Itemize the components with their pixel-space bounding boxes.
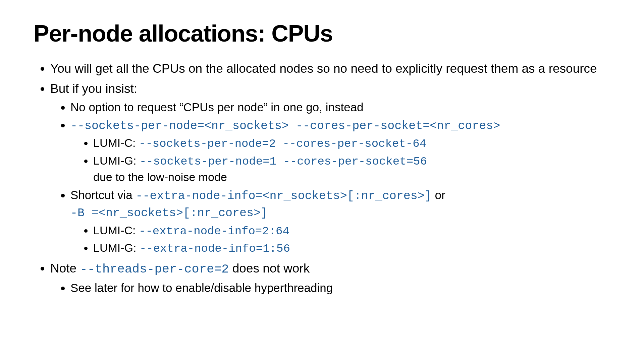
bullet-3-1: See later for how to enable/disable hype… [70, 280, 610, 296]
bullet-2-3-a-label: LUMI-C: [93, 224, 139, 237]
bullet-3-post: does not work [229, 261, 310, 275]
bullet-2-3-code1: --extra-node-info=<nr_sockets>[:nr_cores… [136, 189, 432, 203]
bullet-list: You will get all the CPUs on the allocat… [34, 60, 610, 296]
bullet-2-2-b-tail: due to the low-noise mode [93, 171, 227, 183]
bullet-2-3-code2: -B =<nr_sockets>[:nr_cores>] [70, 206, 268, 220]
bullet-1: You will get all the CPUs on the allocat… [50, 60, 610, 77]
bullet-2-3: Shortcut via --extra-node-info=<nr_socke… [70, 187, 610, 257]
slide-title: Per-node allocations: CPUs [34, 20, 610, 47]
bullet-2-3-pre: Shortcut via [70, 188, 136, 201]
bullet-3-code: --threads-per-core=2 [80, 262, 229, 276]
bullet-2-2-b-label: LUMI-G: [93, 154, 140, 167]
bullet-3-sublist: See later for how to enable/disable hype… [50, 280, 610, 296]
bullet-2-2-sublist: LUMI-C: --sockets-per-node=2 --cores-per… [70, 135, 610, 185]
bullet-2-3-sublist: LUMI-C: --extra-node-info=2:64 LUMI-G: -… [70, 223, 610, 257]
bullet-2-2-a-label: LUMI-C: [93, 136, 139, 149]
bullet-2-2-b: LUMI-G: --sockets-per-node=1 --cores-per… [93, 153, 610, 185]
bullet-2-2-a: LUMI-C: --sockets-per-node=2 --cores-per… [93, 135, 610, 152]
bullet-2-2-code: --sockets-per-node=<nr_sockets> --cores-… [70, 119, 500, 133]
bullet-2-3-a-code: --extra-node-info=2:64 [139, 225, 289, 238]
bullet-2-3-a: LUMI-C: --extra-node-info=2:64 [93, 223, 610, 239]
bullet-2-text: But if you insist: [50, 82, 137, 96]
bullet-2-1: No option to request “CPUs per node” in … [70, 99, 610, 115]
bullet-2-sublist: No option to request “CPUs per node” in … [50, 99, 610, 257]
slide: Per-node allocations: CPUs You will get … [0, 0, 644, 362]
bullet-3: Note --threads-per-core=2 does not work … [50, 260, 610, 296]
bullet-2-2: --sockets-per-node=<nr_sockets> --cores-… [70, 117, 610, 185]
bullet-2: But if you insist: No option to request … [50, 80, 610, 257]
bullet-2-3-b: LUMI-G: --extra-node-info=1:56 [93, 240, 610, 257]
bullet-2-2-a-code: --sockets-per-node=2 --cores-per-socket-… [139, 137, 426, 150]
bullet-2-3-b-label: LUMI-G: [93, 241, 140, 254]
bullet-3-pre: Note [50, 261, 80, 275]
bullet-2-3-mid: or [432, 188, 445, 201]
bullet-2-3-b-code: --extra-node-info=1:56 [140, 242, 290, 255]
bullet-2-2-b-code: --sockets-per-node=1 --cores-per-socket=… [140, 155, 427, 168]
